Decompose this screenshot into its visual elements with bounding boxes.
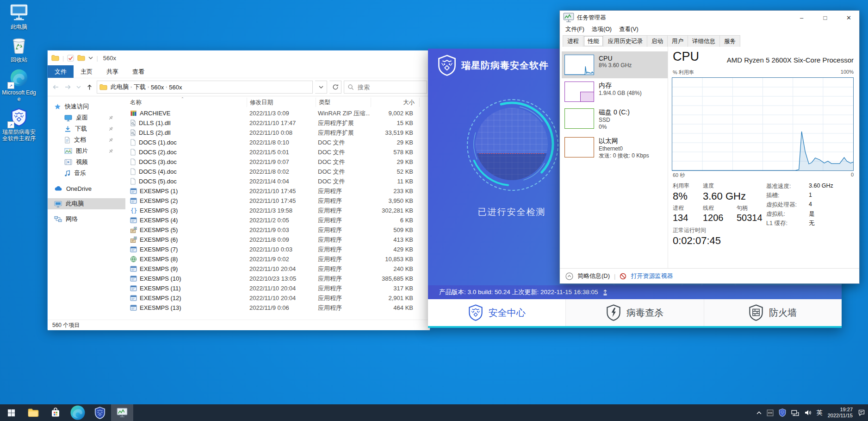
taskbar-button-task-manager[interactable] — [111, 404, 133, 421]
tab-详细信息[interactable]: 详细信息 — [688, 35, 720, 47]
volume-tray-icon[interactable] — [804, 409, 812, 416]
file-row[interactable]: EXESMPS (10)2022/10/23 13:05应用程序385,685 … — [127, 274, 430, 283]
breadcrumb-item[interactable]: 560x — [149, 84, 166, 91]
menu-文件(F)[interactable]: 文件(F) — [562, 25, 588, 35]
taskbar-button-rising-antivirus[interactable]: 8"> — [89, 404, 111, 421]
perf-sidebar-内存[interactable]: 内存1.9/4.0 GB (48%) — [562, 78, 668, 105]
file-row[interactable]: EXESMPS (13)2022/11/9 0:06应用程序464 KB — [127, 303, 430, 313]
antivirus-nav-病毒查杀[interactable]: 病毒查杀 — [565, 299, 703, 326]
up-icon[interactable] — [84, 82, 94, 92]
taskbar-button-microsoft-store[interactable] — [44, 404, 67, 421]
ribbon-tab-查看[interactable]: 查看 — [125, 65, 151, 78]
ribbon-tab-共享[interactable]: 共享 — [99, 65, 125, 78]
maximize-button[interactable]: □ — [815, 11, 836, 25]
collapse-label[interactable]: 简略信息(D) — [577, 272, 610, 280]
rising-tray-icon[interactable]: 8"> — [779, 408, 786, 417]
tab-性能[interactable]: 性能 — [583, 35, 604, 47]
column-header-大小[interactable]: 大小 — [371, 98, 420, 107]
taskbar-button-start[interactable] — [0, 404, 22, 421]
search-input[interactable] — [357, 83, 423, 91]
file-row[interactable]: EXESMPS (8)2022/11/9 0:02应用程序10,853 KB — [127, 254, 430, 264]
tab-用户[interactable]: 用户 — [667, 35, 688, 47]
column-header-类型[interactable]: 类型 — [316, 98, 371, 107]
vm-tray-icon[interactable] — [767, 409, 774, 416]
action-center-icon[interactable] — [858, 409, 865, 416]
file-row[interactable]: EXESMPS (4)2022/11/2 0:05应用程序6 KB — [127, 215, 430, 225]
desktop-icon-rising-antivirus[interactable]: 8">↗瑞星防病毒安全软件主程序 — [1, 107, 37, 142]
perf-sidebar-磁盘 0 (C:)[interactable]: 磁盘 0 (C:)SSD0% — [562, 105, 668, 134]
breadcrumb-item[interactable]: 560x — [167, 84, 184, 91]
breadcrumb-item[interactable]: 此电脑 — [109, 83, 130, 91]
folder-icon[interactable] — [51, 55, 59, 61]
tray-chevron-icon[interactable] — [756, 411, 762, 415]
chevron-down-icon[interactable] — [75, 82, 82, 92]
sidebar-item-快速访问[interactable]: 快速访问 — [48, 101, 125, 112]
taskbar-button-edge[interactable] — [67, 404, 89, 421]
ime-indicator[interactable]: 英 — [817, 408, 823, 417]
network-tray-icon[interactable] — [791, 409, 799, 416]
menu-查看(V)[interactable]: 查看(V) — [615, 25, 642, 35]
antivirus-nav-安全中心[interactable]: 安全中心 — [428, 299, 565, 326]
search-box[interactable] — [344, 81, 427, 94]
file-row[interactable]: ARCHIEVE2022/11/3 0:09WinRAR ZIP 压缩...9,… — [127, 108, 430, 118]
sidebar-item-网络[interactable]: 网络 — [48, 214, 125, 225]
file-row[interactable]: DOCS (4).doc2022/11/8 0:02DOC 文件52 KB — [127, 167, 430, 176]
file-row[interactable]: EXESMPS (12)2022/11/10 20:04应用程序2,901 KB — [127, 293, 430, 303]
address-bar[interactable]: 此电脑›下载›560x›560x — [97, 81, 313, 94]
menu-选项(O)[interactable]: 选项(O) — [588, 25, 615, 35]
file-row[interactable]: EXESMPS (6)2022/11/8 0:09应用程序413 KB — [127, 235, 430, 245]
ribbon-tab-主页[interactable]: 主页 — [74, 65, 99, 78]
tab-服务[interactable]: 服务 — [719, 35, 740, 47]
file-row[interactable]: EXESMPS (7)2022/11/10 0:03应用程序429 KB — [127, 245, 430, 254]
file-row[interactable]: EXESMPS (9)2022/11/10 20:04应用程序240 KB — [127, 264, 430, 274]
desktop-icon-this-pc[interactable]: 此电脑 — [1, 2, 37, 30]
column-header-名称[interactable]: 名称⌃ — [127, 98, 247, 107]
sidebar-item-桌面[interactable]: 桌面 — [48, 112, 125, 123]
tab-进程[interactable]: 进程 — [563, 35, 583, 47]
address-dropdown-icon[interactable] — [315, 81, 327, 94]
antivirus-nav-防火墙[interactable]: 防火墙 — [704, 299, 842, 326]
back-icon[interactable] — [50, 82, 61, 92]
sidebar-item-OneDrive[interactable]: OneDrive — [48, 183, 125, 194]
file-row[interactable]: EXESMPS (1)2022/11/10 17:45应用程序233 KB — [127, 186, 430, 196]
collapse-circle-icon[interactable] — [565, 272, 573, 280]
sidebar-item-文档[interactable]: 文档 — [48, 134, 125, 145]
file-row[interactable]: {}EXESMPS (3)2022/11/3 19:58应用程序302,281 … — [127, 206, 430, 215]
file-date: 2022/11/2 0:05 — [247, 217, 315, 224]
refresh-icon[interactable] — [329, 81, 341, 94]
tab-启动[interactable]: 启动 — [647, 35, 668, 47]
chevron-down-icon[interactable] — [88, 57, 93, 59]
file-row[interactable]: EXESMPS (11)2022/11/10 20:04应用程序317 KB — [127, 283, 430, 293]
sidebar-item-图片[interactable]: 图片 — [48, 145, 125, 157]
update-upload-icon[interactable] — [602, 289, 608, 295]
perf-sidebar-以太网[interactable]: 以太网Ethernet0发送: 0 接收: 0 Kbps — [562, 134, 668, 163]
tab-应用历史记录[interactable]: 应用历史记录 — [603, 35, 647, 47]
close-button[interactable]: ✕ — [838, 11, 859, 25]
breadcrumb-item[interactable]: 下载 — [132, 83, 148, 91]
taskbar-button-file-explorer[interactable] — [22, 404, 44, 421]
folder-icon[interactable] — [77, 55, 85, 61]
perf-sidebar-CPU[interactable]: CPU8% 3.60 GHz — [562, 51, 668, 78]
checkbox-icon[interactable] — [67, 55, 74, 62]
open-resource-monitor-link[interactable]: 打开资源监视器 — [631, 272, 673, 280]
file-row[interactable]: DOCS (3).doc2022/11/9 0:07DOC 文件29 KB — [127, 157, 430, 167]
file-row[interactable]: DLLS (2).dll2022/11/10 0:08应用程序扩展33,519 … — [127, 128, 430, 138]
file-row[interactable]: DOCS (5).doc2022/11/4 0:04DOC 文件11 KB — [127, 176, 430, 186]
sidebar-item-下载[interactable]: 下载 — [48, 123, 125, 134]
file-row[interactable]: DLLS (1).dll2022/11/10 17:47应用程序扩展15 KB — [127, 118, 430, 128]
column-header-修改日期[interactable]: 修改日期 — [247, 98, 316, 107]
ribbon-tab-文件[interactable]: 文件 — [48, 65, 74, 78]
sidebar-item-视频[interactable]: 视频 — [48, 157, 125, 168]
forward-icon[interactable] — [63, 82, 73, 92]
sidebar-item-音乐[interactable]: 音乐 — [48, 168, 125, 179]
sidebar-item-此电脑[interactable]: 此电脑 — [48, 198, 125, 209]
cpu-usage-chart[interactable] — [672, 77, 854, 171]
file-row[interactable]: EXESMPS (5)2022/11/9 0:03应用程序509 KB — [127, 225, 430, 235]
desktop-icon-recycle-bin[interactable]: 回收站 — [1, 35, 37, 63]
file-row[interactable]: EXESMPS (2)2022/11/10 17:45应用程序3,950 KB — [127, 196, 430, 206]
desktop-icon-edge[interactable]: ↗Microsoft Edge — [1, 68, 37, 102]
taskbar-clock[interactable]: 19:27 2022/11/15 — [828, 407, 853, 419]
file-row[interactable]: DOCS (2).doc2022/11/5 0:01DOC 文件578 KB — [127, 147, 430, 157]
minimize-button[interactable]: – — [791, 11, 812, 25]
file-row[interactable]: DOCS (1).doc2022/11/8 0:10DOC 文件29 KB — [127, 138, 430, 147]
